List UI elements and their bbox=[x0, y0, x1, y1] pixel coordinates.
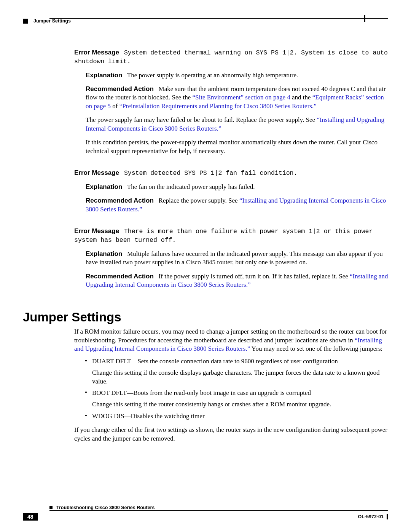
section-heading: Jumper Settings bbox=[23, 310, 388, 324]
footer-tick-icon bbox=[387, 514, 388, 519]
page-header: Jumper Settings bbox=[0, 18, 411, 24]
rec-text: If this condition persists, the power-su… bbox=[86, 138, 388, 155]
bullet-wdog: • WDOG DIS—Disables the watchdog timer bbox=[84, 412, 388, 420]
error-block-3: Error Message There is more than one fai… bbox=[74, 227, 388, 244]
recommended-action-label: Recommended Action bbox=[86, 197, 154, 204]
bullet-icon: • bbox=[84, 389, 92, 397]
explanation-label: Explanation bbox=[86, 72, 122, 79]
bullet-followup: Change this setting if the router consis… bbox=[92, 400, 388, 409]
error-message-text: System detected SYS PS 1|2 fan fail cond… bbox=[124, 169, 297, 177]
error-message-label: Error Message bbox=[74, 227, 119, 235]
footer-doc-title: Troubleshooting Cisco 3800 Series Router… bbox=[56, 505, 155, 510]
error-block-1: Error Message System detected thermal wa… bbox=[74, 48, 388, 66]
rec-text: If the power supply is turned off, turn … bbox=[159, 273, 350, 280]
error-message-label: Error Message bbox=[74, 49, 119, 56]
rec-text: and the bbox=[290, 94, 312, 101]
explanation-label: Explanation bbox=[86, 183, 122, 190]
header-section-title: Jumper Settings bbox=[33, 18, 71, 24]
doc-id: OL-5972-01 bbox=[358, 514, 384, 519]
explanation-text: The fan on the indicated power supply ha… bbox=[127, 183, 255, 190]
recommended-action-label: Recommended Action bbox=[86, 85, 154, 93]
jumper-intro-text: If a ROM monitor failure occurs, you may… bbox=[74, 328, 387, 343]
bullet-icon: • bbox=[84, 412, 92, 420]
footer-square-icon bbox=[49, 506, 53, 509]
rec-text: of bbox=[111, 102, 119, 110]
page-number: 48 bbox=[23, 513, 38, 521]
rec-text: Replace the power supply. See bbox=[159, 197, 239, 204]
page-body: Error Message System detected thermal wa… bbox=[0, 24, 411, 443]
bullet-text: BOOT DFLT—Boots from the read-only boot … bbox=[92, 389, 388, 397]
jumper-outro: If you change either of the first two se… bbox=[74, 426, 388, 443]
error-block-2: Error Message System detected SYS PS 1|2… bbox=[74, 169, 388, 177]
bullet-text: DUART DFLT—Sets the console connection d… bbox=[92, 357, 388, 366]
bullet-duart: • DUART DFLT—Sets the console connection… bbox=[84, 357, 388, 366]
link-site-environment[interactable]: “Site Environment” section on page 4 bbox=[192, 94, 290, 101]
jumper-intro-text: You may need to set one of the following… bbox=[250, 345, 382, 352]
error-message-label: Error Message bbox=[74, 169, 119, 176]
bullet-icon: • bbox=[84, 357, 92, 366]
error-message-text: There is more than one failure with powe… bbox=[74, 228, 373, 244]
page-footer: Troubleshooting Cisco 3800 Series Router… bbox=[0, 513, 411, 521]
bullet-text: WDOG DIS—Disables the watchdog timer bbox=[92, 412, 388, 420]
explanation-text: The power supply is operating at an abno… bbox=[127, 72, 298, 79]
header-square-icon bbox=[23, 19, 28, 24]
explanation-text: Multiple failures have occurred in the i… bbox=[86, 250, 383, 266]
bullet-boot: • BOOT DFLT—Boots from the read-only boo… bbox=[84, 389, 388, 397]
recommended-action-label: Recommended Action bbox=[86, 273, 154, 280]
rec-text: The power supply fan may have failed or … bbox=[86, 116, 317, 123]
explanation-label: Explanation bbox=[86, 250, 122, 257]
link-preinstallation[interactable]: “Preinstallation Requirements and Planni… bbox=[119, 102, 317, 110]
bullet-followup: Change this setting if the console displ… bbox=[92, 369, 388, 386]
